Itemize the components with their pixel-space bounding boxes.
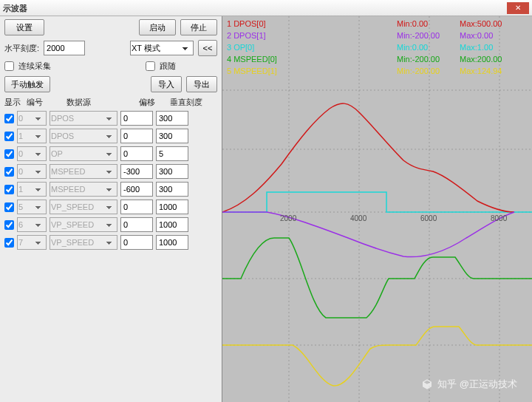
chart-area: 1 DPOS[0]Min:0.00Max:500.002 DPOS[1]Min:… (222, 16, 532, 402)
legend-name: 1 DPOS[0] (227, 18, 397, 30)
vscale-input[interactable] (156, 146, 188, 161)
show-checkbox[interactable] (4, 167, 14, 177)
number-select[interactable]: 0 (17, 111, 47, 126)
continuous-checkbox[interactable] (4, 61, 14, 71)
settings-button[interactable]: 设置 (4, 19, 44, 35)
legend-name: 5 MSPEED[1] (227, 65, 397, 77)
source-select[interactable]: VP_SPEED (50, 200, 117, 214)
legend-max: Max:500.00 (460, 18, 502, 30)
channel-header: 显示 编号 数据源 偏移 垂直刻度 (4, 97, 217, 108)
legend-max: Max:124.94 (460, 65, 502, 77)
mode-select[interactable]: XT 模式 (130, 41, 194, 55)
number-select[interactable]: 5 (17, 200, 47, 214)
legend-row: 3 OP[0]Min:0.00Max:1.00 (227, 41, 528, 53)
continuous-label: 连续采集 (18, 61, 51, 72)
channel-row: 6VP_SPEED (4, 217, 217, 232)
channel-row: 1DPOS (4, 129, 217, 143)
start-button[interactable]: 启动 (139, 19, 176, 35)
number-select[interactable]: 6 (17, 217, 47, 232)
offset-input[interactable] (120, 129, 153, 143)
source-select[interactable]: MSPEED (50, 182, 117, 197)
h-scale-label: 水平刻度: (4, 43, 39, 54)
number-select[interactable]: 7 (17, 235, 47, 250)
legend-name: 4 MSPEED[0] (227, 53, 397, 65)
close-button[interactable]: ✕ (507, 2, 529, 14)
legend-min: Min:0.00 (397, 18, 460, 30)
offset-input[interactable] (120, 235, 153, 250)
export-button[interactable]: 导出 (186, 76, 217, 92)
legend-name: 2 DPOS[1] (227, 30, 397, 41)
offset-input[interactable] (120, 200, 153, 214)
show-checkbox[interactable] (4, 220, 14, 230)
follow-checkbox[interactable] (146, 61, 155, 71)
vscale-input[interactable] (156, 200, 188, 214)
import-button[interactable]: 导入 (151, 76, 182, 92)
offset-input[interactable] (120, 164, 153, 179)
window-title: 示波器 (3, 0, 27, 16)
source-select[interactable]: VP_SPEED (50, 217, 117, 232)
legend-min: Min:0.00 (397, 41, 460, 53)
legend-max: Max:200.00 (460, 53, 502, 65)
number-select[interactable]: 0 (17, 146, 47, 161)
x-tick-6000: 6000 (420, 214, 437, 222)
show-checkbox[interactable] (4, 149, 14, 159)
source-select[interactable]: DPOS (50, 111, 117, 126)
legend-row: 5 MSPEED[1]Min:-200.00Max:124.94 (227, 65, 528, 77)
source-select[interactable]: VP_SPEED (50, 235, 117, 250)
vscale-input[interactable] (156, 129, 188, 143)
x-tick-4000: 4000 (350, 214, 366, 222)
number-select[interactable]: 1 (17, 182, 47, 197)
manual-trigger-button[interactable]: 手动触发 (4, 76, 50, 92)
show-checkbox[interactable] (4, 202, 14, 212)
vscale-input[interactable] (156, 164, 188, 179)
source-select[interactable]: MSPEED (50, 164, 117, 179)
legend-row: 1 DPOS[0]Min:0.00Max:500.00 (227, 18, 528, 30)
legend-row: 4 MSPEED[0]Min:-200.00Max:200.00 (227, 53, 528, 65)
mode-toggle-button[interactable]: << (198, 40, 217, 56)
control-panel: 设置 启动 停止 水平刻度: XT 模式 << 连续采集 跟随 手动触发 导入 … (0, 16, 222, 402)
offset-input[interactable] (120, 217, 153, 232)
show-checkbox[interactable] (4, 238, 14, 248)
vscale-input[interactable] (156, 235, 188, 250)
legend-max: Max:0.00 (460, 30, 493, 41)
number-select[interactable]: 0 (17, 164, 47, 179)
vscale-input[interactable] (156, 111, 188, 126)
vscale-input[interactable] (156, 182, 188, 197)
channel-row: 7VP_SPEED (4, 235, 217, 250)
show-checkbox[interactable] (4, 185, 14, 194)
offset-input[interactable] (120, 146, 153, 161)
legend-row: 2 DPOS[1]Min:-200.00Max:0.00 (227, 30, 528, 41)
legend-min: Min:-200.00 (397, 65, 460, 77)
stop-button[interactable]: 停止 (180, 19, 217, 35)
source-select[interactable]: OP (50, 146, 117, 161)
channel-row: 0MSPEED (4, 164, 217, 179)
offset-input[interactable] (120, 111, 153, 126)
legend-min: Min:-200.00 (397, 53, 460, 65)
chart-legend: 1 DPOS[0]Min:0.00Max:500.002 DPOS[1]Min:… (227, 18, 528, 77)
x-tick-8000: 8000 (491, 214, 507, 222)
legend-min: Min:-200.00 (397, 30, 460, 41)
channel-row: 0DPOS (4, 111, 217, 126)
show-checkbox[interactable] (4, 114, 14, 123)
show-checkbox[interactable] (4, 132, 14, 141)
follow-label: 跟随 (160, 61, 217, 72)
x-tick-2000: 2000 (280, 214, 296, 222)
channel-row: 1MSPEED (4, 182, 217, 197)
vscale-input[interactable] (156, 217, 188, 232)
titlebar: 示波器 ✕ (0, 0, 532, 16)
channel-row: 0OP (4, 146, 217, 161)
h-scale-input[interactable] (44, 41, 85, 55)
source-select[interactable]: DPOS (50, 129, 117, 143)
legend-max: Max:1.00 (460, 41, 493, 53)
number-select[interactable]: 1 (17, 129, 47, 143)
channel-row: 5VP_SPEED (4, 200, 217, 214)
offset-input[interactable] (120, 182, 153, 197)
legend-name: 3 OP[0] (227, 41, 397, 53)
